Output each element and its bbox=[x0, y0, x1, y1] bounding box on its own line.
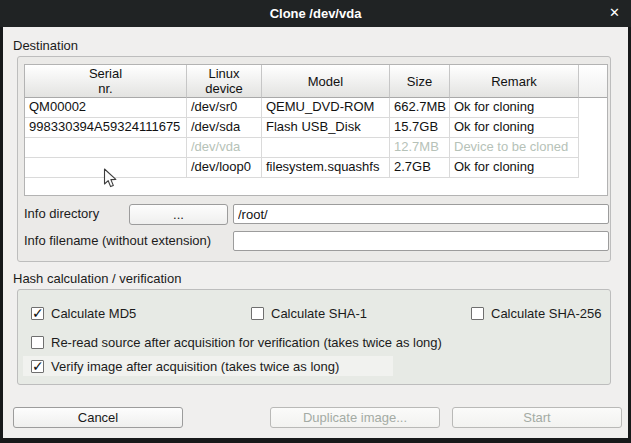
reread-checkbox-label: Re-read source after acquisition for ver… bbox=[51, 335, 442, 350]
cell-remark: Ok for cloning bbox=[450, 118, 579, 138]
start-button[interactable]: Start bbox=[452, 407, 622, 428]
device-table-header: Serial nr. Linux device Model Size Remar… bbox=[25, 65, 607, 98]
cell-device: /dev/loop0 bbox=[187, 158, 262, 178]
column-header-filler bbox=[579, 65, 607, 98]
cell-model: QEMU_DVD-ROM bbox=[262, 98, 390, 118]
cell-device: /dev/vda bbox=[187, 138, 262, 158]
cell-device: /dev/sr0 bbox=[187, 98, 262, 118]
md5-checkbox-label: Calculate MD5 bbox=[51, 306, 136, 321]
clone-dialog-window: Clone /dev/vda ✕ Destination Serial nr. … bbox=[0, 0, 631, 443]
destination-group-label: Destination bbox=[13, 38, 78, 53]
close-icon[interactable]: ✕ bbox=[609, 5, 620, 20]
reread-checkbox-box[interactable] bbox=[31, 336, 44, 349]
column-header-model: Model bbox=[262, 65, 390, 98]
cell-serial: 998330394A59324111675 bbox=[25, 118, 187, 138]
cell-serial bbox=[25, 138, 187, 158]
cell-size: 662.7MB bbox=[390, 98, 450, 118]
table-row[interactable]: QM00002 /dev/sr0 QEMU_DVD-ROM 662.7MB Ok… bbox=[25, 98, 607, 118]
cell-model: Flash USB_Disk bbox=[262, 118, 390, 138]
duplicate-image-button[interactable]: Duplicate image... bbox=[270, 407, 440, 428]
cell-size: 2.7GB bbox=[390, 158, 450, 178]
info-directory-input[interactable] bbox=[233, 204, 609, 224]
info-directory-label: Info directory bbox=[24, 204, 99, 224]
cell-model: filesystem.squashfs bbox=[262, 158, 390, 178]
mouse-cursor bbox=[103, 168, 118, 189]
checkbox-sha1[interactable]: Calculate SHA-1 bbox=[251, 304, 367, 322]
column-header-size: Size bbox=[390, 65, 450, 98]
verify-checkbox-label: Verify image after acquisition (takes tw… bbox=[51, 359, 339, 374]
cell-model bbox=[262, 138, 390, 158]
column-header-device: Linux device bbox=[187, 65, 262, 98]
checkbox-verify-image[interactable]: Verify image after acquisition (takes tw… bbox=[31, 357, 339, 375]
browse-directory-button[interactable]: ... bbox=[129, 204, 228, 225]
hash-groupbox: Calculate MD5 Calculate SHA-1 Calculate … bbox=[17, 289, 611, 385]
cell-size: 15.7GB bbox=[390, 118, 450, 138]
cell-size: 12.7MB bbox=[390, 138, 450, 158]
checkbox-reread-source[interactable]: Re-read source after acquisition for ver… bbox=[31, 333, 442, 351]
sha256-checkbox-box[interactable] bbox=[471, 307, 484, 320]
cell-serial: QM00002 bbox=[25, 98, 187, 118]
table-row-clone-source: /dev/vda 12.7MB Device to be cloned bbox=[25, 138, 607, 158]
column-header-remark: Remark bbox=[450, 65, 579, 98]
cell-remark: Device to be cloned bbox=[450, 138, 579, 158]
checkbox-md5[interactable]: Calculate MD5 bbox=[31, 304, 136, 322]
hash-group-label: Hash calculation / verification bbox=[13, 271, 181, 286]
dialog-body: Destination Serial nr. Linux device Mode… bbox=[3, 27, 628, 438]
cell-remark: Ok for cloning bbox=[450, 158, 579, 178]
cell-device: /dev/sda bbox=[187, 118, 262, 138]
table-row[interactable]: 998330394A59324111675 /dev/sda Flash USB… bbox=[25, 118, 607, 138]
sha256-checkbox-label: Calculate SHA-256 bbox=[491, 306, 602, 321]
info-filename-input[interactable] bbox=[233, 231, 609, 251]
sha1-checkbox-label: Calculate SHA-1 bbox=[271, 306, 367, 321]
verify-checkbox-box[interactable] bbox=[31, 360, 44, 373]
window-title: Clone /dev/vda bbox=[270, 6, 362, 21]
cell-remark: Ok for cloning bbox=[450, 98, 579, 118]
md5-checkbox-box[interactable] bbox=[31, 307, 44, 320]
titlebar[interactable]: Clone /dev/vda ✕ bbox=[0, 0, 631, 27]
cancel-button[interactable]: Cancel bbox=[13, 407, 183, 428]
sha1-checkbox-box[interactable] bbox=[251, 307, 264, 320]
destination-groupbox: Serial nr. Linux device Model Size Remar… bbox=[17, 56, 611, 262]
checkbox-sha256[interactable]: Calculate SHA-256 bbox=[471, 304, 602, 322]
column-header-serial: Serial nr. bbox=[25, 65, 187, 98]
info-filename-label: Info filename (without extension) bbox=[24, 231, 211, 251]
